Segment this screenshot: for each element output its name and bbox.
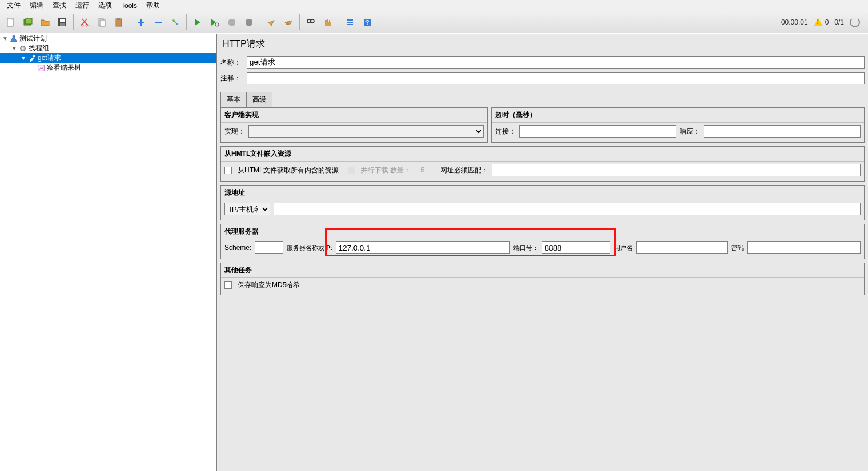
svg-rect-6 — [60, 23, 65, 26]
svg-point-29 — [22, 47, 24, 50]
svg-rect-12 — [117, 18, 120, 20]
warning-indicator[interactable]: 0 — [814, 18, 829, 26]
response-input[interactable] — [704, 125, 861, 138]
pipette-icon — [27, 54, 37, 63]
connect-label: 连接： — [495, 127, 516, 136]
parallel-value: 6 — [414, 166, 431, 174]
menu-search[interactable]: 查找 — [48, 0, 71, 11]
clear-all-icon[interactable] — [280, 14, 296, 30]
tabs: 基本 高级 — [220, 91, 865, 107]
elapsed-time: 00:00:01 — [781, 18, 808, 26]
start-icon[interactable] — [190, 14, 206, 30]
content-panel: HTTP请求 名称： 注释： 基本 高级 客户端实现 实现： — [217, 34, 868, 471]
menu-file[interactable]: 文件 — [2, 0, 25, 11]
toolbar: ? 00:00:01 0 0/1 — [0, 11, 868, 33]
menu-help[interactable]: 帮助 — [142, 0, 164, 11]
name-label: 名称： — [220, 58, 247, 67]
save-icon[interactable] — [54, 14, 70, 30]
svg-rect-25 — [347, 24, 353, 25]
clear-icon[interactable] — [263, 14, 279, 30]
help-icon[interactable]: ? — [359, 14, 375, 30]
response-label: 响应： — [680, 127, 700, 136]
tree-view-results[interactable]: 察看结果树 — [0, 63, 216, 73]
source-input[interactable] — [274, 203, 861, 215]
svg-point-30 — [33, 55, 35, 57]
parallel-checkbox — [348, 167, 355, 174]
svg-rect-24 — [347, 22, 353, 23]
svg-point-21 — [311, 19, 314, 23]
search-icon[interactable] — [303, 14, 319, 30]
svg-text:?: ? — [365, 19, 369, 26]
svg-rect-23 — [347, 19, 353, 21]
embed-header: 从HMTL文件嵌入资源 — [221, 147, 864, 162]
proxy-server-label: 服务器名称或IP: — [287, 244, 332, 252]
tree-thread-group[interactable]: ▼ 线程组 — [0, 43, 216, 53]
comment-input[interactable] — [247, 72, 865, 84]
menu-run[interactable]: 运行 — [71, 0, 94, 11]
connect-input[interactable] — [519, 125, 676, 138]
svg-rect-22 — [325, 22, 331, 26]
svg-rect-3 — [26, 18, 32, 24]
copy-icon[interactable] — [94, 14, 110, 30]
refresh-icon[interactable] — [850, 17, 860, 27]
menu-options[interactable]: 选项 — [94, 0, 116, 11]
proxy-server-input[interactable] — [336, 241, 510, 254]
function-helper-icon[interactable] — [342, 14, 358, 30]
menu-tools[interactable]: Tools — [116, 1, 142, 11]
scheme-input[interactable] — [255, 241, 283, 254]
tab-basic[interactable]: 基本 — [220, 92, 247, 107]
svg-marker-19 — [246, 19, 252, 26]
tree-test-plan[interactable]: ▼ 测试计划 — [0, 34, 216, 43]
tree-http-request[interactable]: ▼ get请求 — [0, 53, 216, 63]
warning-icon — [814, 18, 823, 26]
url-match-label: 网址必须匹配： — [440, 166, 488, 175]
thread-count: 0/1 — [834, 18, 844, 26]
results-tree-icon — [37, 63, 46, 73]
svg-marker-15 — [195, 19, 200, 26]
svg-rect-5 — [60, 19, 65, 22]
paste-icon[interactable] — [111, 14, 127, 30]
stop-icon[interactable] — [224, 14, 240, 30]
proxy-user-input[interactable] — [636, 241, 728, 254]
scheme-label: Scheme: — [224, 244, 251, 252]
gear-icon — [18, 44, 27, 53]
tab-advanced[interactable]: 高级 — [246, 92, 272, 107]
md5-checkbox[interactable] — [224, 281, 232, 289]
embed-checkbox[interactable] — [224, 167, 232, 174]
cut-icon[interactable] — [77, 14, 93, 30]
reset-search-icon[interactable] — [320, 14, 336, 30]
proxy-port-input[interactable] — [542, 241, 610, 254]
menubar: 文件 编辑 查找 运行 选项 Tools 帮助 — [0, 0, 868, 11]
embed-check-label: 从HTML文件获取所有内含的资源 — [238, 166, 339, 175]
shutdown-icon[interactable] — [241, 14, 257, 30]
expand-icon[interactable] — [133, 14, 149, 30]
proxy-header: 代理服务器 — [221, 224, 864, 239]
menu-edit[interactable]: 编辑 — [25, 0, 48, 11]
toggle-icon[interactable] — [167, 14, 183, 30]
svg-point-20 — [307, 19, 311, 23]
proxy-user-label: 用户名 — [614, 244, 633, 252]
client-impl-header: 客户端实现 — [221, 108, 487, 123]
page-title: HTTP请求 — [220, 35, 865, 56]
tree-panel: ▼ 测试计划 ▼ 线程组 ▼ get请求 察看结果树 — [0, 34, 217, 471]
open-icon[interactable] — [37, 14, 53, 30]
source-type-select[interactable]: IP/主机名 — [224, 203, 270, 215]
collapse-icon[interactable] — [150, 14, 166, 30]
source-header: 源地址 — [221, 186, 864, 200]
proxy-port-label: 端口号： — [513, 244, 539, 252]
other-header: 其他任务 — [221, 263, 864, 278]
flask-icon — [9, 34, 18, 43]
comment-label: 注释： — [220, 74, 247, 83]
templates-icon[interactable] — [20, 14, 36, 30]
impl-select[interactable] — [248, 125, 484, 138]
impl-label: 实现： — [224, 127, 245, 136]
name-input[interactable] — [247, 56, 865, 69]
new-icon[interactable] — [3, 14, 19, 30]
md5-label: 保存响应为MD5哈希 — [238, 280, 300, 290]
svg-point-17 — [215, 23, 219, 26]
url-match-input[interactable] — [492, 164, 861, 176]
svg-marker-18 — [228, 19, 235, 26]
start-no-timers-icon[interactable] — [207, 14, 223, 30]
proxy-pass-label: 密码 — [731, 244, 744, 252]
proxy-pass-input[interactable] — [747, 241, 861, 254]
